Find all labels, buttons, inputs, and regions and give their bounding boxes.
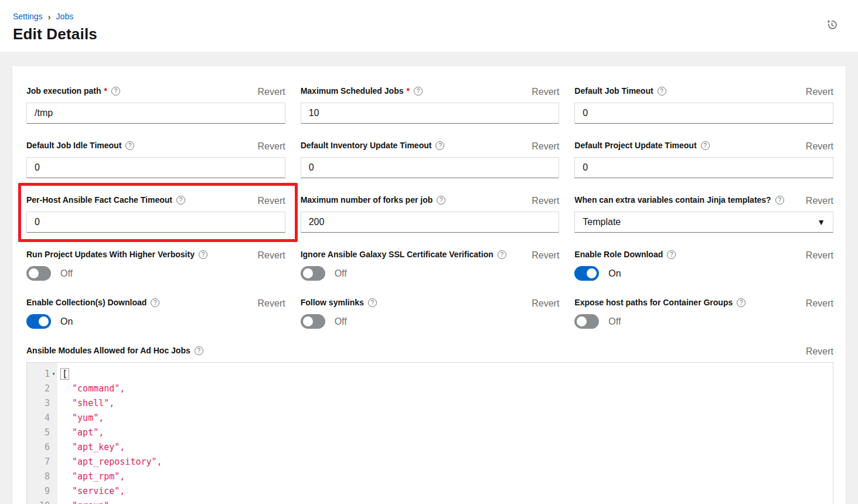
enable-collections-download-toggle[interactable] [26, 314, 51, 329]
field-per-host-ansible-fact-cache-timeout: Per-Host Ansible Fact Cache Timeout ? Re… [26, 195, 285, 233]
field-enable-collections-download: Enable Collection(s) Download ? Revert O… [26, 298, 285, 329]
history-icon [826, 23, 837, 32]
breadcrumb-link-jobs[interactable]: Jobs [56, 12, 74, 21]
line-number: 10 [39, 500, 50, 504]
revert-button[interactable]: Revert [258, 86, 285, 97]
default-job-idle-timeout-input[interactable] [26, 157, 285, 178]
toggle-knob [39, 316, 49, 326]
code-text: "apt_repository", [62, 457, 162, 467]
code-text: "yum", [62, 413, 104, 423]
field-label: Ignore Ansible Galaxy SSL Certificate Ve… [301, 250, 493, 259]
follow-symlinks-toggle[interactable] [301, 314, 325, 329]
revert-button[interactable]: Revert [532, 298, 559, 309]
help-icon[interactable]: ? [498, 250, 506, 259]
revert-button[interactable]: Revert [806, 346, 833, 357]
maximum-scheduled-jobs-input[interactable] [301, 103, 560, 124]
field-label: Follow symlinks [301, 298, 364, 307]
jinja-templates-select[interactable]: Template ▼ [574, 212, 833, 233]
help-icon[interactable]: ? [658, 87, 666, 96]
page-header: Settings › Jobs Edit Details [0, 0, 858, 52]
code-text: "apt_key", [62, 442, 125, 452]
default-job-timeout-input[interactable] [574, 103, 833, 124]
field-label: Enable Role Download [574, 250, 663, 259]
help-icon[interactable]: ? [775, 196, 784, 205]
help-icon[interactable]: ? [737, 298, 745, 307]
line-number: 7 [45, 457, 50, 467]
history-button[interactable] [825, 18, 839, 33]
enable-role-download-toggle[interactable] [574, 266, 599, 281]
per-host-ansible-fact-cache-timeout-input[interactable] [26, 212, 285, 233]
code-line: 10 "group", [27, 498, 833, 504]
code-line: 9 "service", [27, 483, 833, 498]
help-icon[interactable]: ? [437, 196, 445, 205]
field-label: Maximum Scheduled Jobs [301, 86, 404, 96]
help-icon[interactable]: ? [125, 141, 134, 150]
expose-host-paths-toggle[interactable] [574, 314, 599, 329]
revert-button[interactable]: Revert [258, 250, 285, 261]
main-content: Job execution path * ? Revert Maximum Sc… [0, 52, 858, 504]
help-icon[interactable]: ? [414, 87, 423, 96]
field-label: Expose host paths for Container Groups [574, 298, 733, 307]
code-line: 7 "apt_repository", [27, 454, 833, 469]
job-execution-path-input[interactable] [26, 103, 285, 124]
help-icon[interactable]: ? [701, 141, 710, 150]
help-icon[interactable]: ? [667, 250, 676, 259]
revert-button[interactable]: Revert [532, 195, 559, 206]
revert-button[interactable]: Revert [258, 298, 285, 309]
line-number: 6 [45, 442, 50, 452]
field-default-job-idle-timeout: Default Job Idle Timeout ? Revert [26, 141, 285, 178]
field-run-project-updates-verbosity: Run Project Updates With Higher Verbosit… [26, 250, 285, 281]
field-default-job-timeout: Default Job Timeout ? Revert [574, 86, 833, 124]
field-maximum-forks-per-job: Maximum number of forks per job ? Revert [301, 195, 560, 233]
code-text: "apt_rpm", [62, 471, 125, 482]
help-icon[interactable]: ? [195, 346, 203, 355]
edit-details-card: Job execution path * ? Revert Maximum Sc… [12, 66, 846, 504]
help-icon[interactable]: ? [111, 87, 120, 96]
revert-button[interactable]: Revert [806, 195, 833, 206]
fields-grid: Job execution path * ? Revert Maximum Sc… [26, 86, 833, 329]
help-icon[interactable]: ? [199, 250, 207, 259]
code-text: [ [60, 368, 69, 380]
revert-button[interactable]: Revert [532, 86, 559, 97]
field-label: Per-Host Ansible Fact Cache Timeout [26, 195, 172, 205]
breadcrumb: Settings › Jobs [13, 12, 844, 21]
help-icon[interactable]: ? [368, 298, 377, 307]
default-inventory-update-timeout-input[interactable] [301, 157, 560, 178]
chevron-right-icon: › [48, 12, 51, 21]
code-text: "apt", [62, 427, 104, 438]
field-label: Default Inventory Update Timeout [301, 141, 432, 150]
revert-button[interactable]: Revert [258, 141, 285, 152]
toggle-knob [29, 268, 39, 278]
maximum-forks-per-job-input[interactable] [301, 212, 560, 233]
help-icon[interactable]: ? [176, 196, 185, 205]
field-label: Default Job Idle Timeout [26, 141, 121, 150]
default-project-update-timeout-input[interactable] [574, 157, 833, 178]
help-icon[interactable]: ? [435, 141, 444, 150]
revert-button[interactable]: Revert [806, 250, 833, 261]
code-fold-icon[interactable]: ▾ [50, 371, 57, 377]
breadcrumb-link-settings[interactable]: Settings [13, 12, 43, 21]
line-number: 4 [45, 413, 50, 423]
run-project-updates-verbosity-toggle[interactable] [26, 266, 51, 281]
code-text: "command", [62, 383, 125, 394]
help-icon[interactable]: ? [151, 298, 159, 307]
caret-down-icon: ▼ [817, 218, 825, 226]
code-line: 3 "shell", [27, 396, 833, 410]
revert-button[interactable]: Revert [806, 298, 833, 309]
line-number: 5 [45, 427, 50, 438]
field-label: Ansible Modules Allowed for Ad Hoc Jobs [26, 346, 190, 355]
revert-button[interactable]: Revert [532, 250, 559, 261]
toggle-state-label: Off [60, 268, 73, 279]
revert-button[interactable]: Revert [806, 86, 833, 97]
ansible-modules-code-editor[interactable]: 1▾ [ 2 "command", 3 "shell", 4 "yum", 5 [26, 362, 833, 504]
code-line: 8 "apt_rpm", [27, 469, 833, 483]
revert-button[interactable]: Revert [258, 195, 285, 206]
revert-button[interactable]: Revert [532, 141, 559, 152]
revert-button[interactable]: Revert [806, 141, 833, 152]
select-value: Template [583, 217, 621, 227]
line-number: 2 [45, 383, 50, 394]
ignore-galaxy-ssl-toggle[interactable] [301, 266, 325, 281]
field-default-inventory-update-timeout: Default Inventory Update Timeout ? Rever… [301, 141, 560, 178]
line-number: 9 [45, 486, 50, 496]
field-job-execution-path: Job execution path * ? Revert [26, 86, 285, 124]
